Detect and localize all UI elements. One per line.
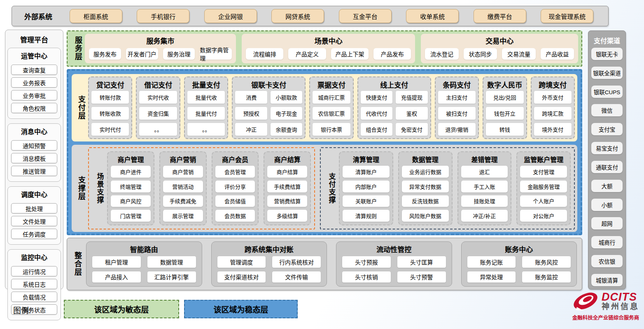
service-item: 数据字典管理	[200, 48, 232, 60]
service-item: 状态同步	[464, 48, 497, 60]
support-category-title: 监管账户管理	[520, 154, 567, 166]
payment-channel-item: 超网	[591, 217, 623, 229]
legend-stable-layer: 该区域为稳态层	[184, 300, 298, 318]
integration-panel: 跨系统集中对账管理调度行内系统核对支付渠道核对文件传输	[211, 241, 327, 287]
management-group-title: 运管中心	[10, 50, 58, 62]
management-group: 运管中心查询查复业务报表业务审批角色权限	[7, 48, 61, 119]
integration-item: 租户管理	[92, 256, 141, 268]
legend-agile-layer: 该区域为敏态层	[64, 300, 179, 318]
payment-channel-item: 小额	[591, 199, 623, 211]
support-item: 冲正/补正	[461, 210, 508, 222]
service-center-title: 交易中心	[425, 35, 574, 47]
external-system-button: 手机银行	[137, 9, 189, 23]
integration-item: 汇路计算引擎	[147, 271, 196, 283]
payment-layer-columns: 贷记支付转账付款转账收款实时代付借记支付实时代收资金归集。。批量支付批量代收批量…	[88, 76, 575, 139]
management-group-title: 监控中心	[10, 251, 58, 264]
payment-channel-item: 银联全渠道	[591, 67, 623, 79]
support-item: 商户营销	[163, 166, 203, 178]
payment-item: 退货/撤销	[438, 123, 476, 136]
management-item: 运行情况	[11, 266, 57, 276]
payment-item: 免密支付	[396, 123, 427, 136]
payment-item: 转账收款	[91, 107, 129, 120]
management-item: 角色权限	[11, 103, 57, 113]
dcits-logo-top: DCITS 神州信息	[572, 290, 639, 312]
external-system-button: 缴费平台	[474, 9, 526, 23]
support-item: 金融服务管理	[520, 181, 567, 192]
service-center-panel: 交易中心流水登记状态同步交易流量产品收益	[421, 34, 578, 63]
payment-category-title: 银联卡支付	[235, 79, 302, 91]
payment-category-column: 跨境支付外币支付跨境汇款境外支付	[531, 76, 575, 139]
service-item: 服务治理	[163, 48, 195, 60]
payment-item: 鉴权	[396, 107, 427, 120]
support-item: 展示管理	[163, 210, 203, 222]
payment-category-column: 批量支付批量代收批量代付。。	[184, 76, 228, 139]
management-platform-title: 管理平台	[7, 32, 61, 48]
support-category-items: 支付管理金融服务管理个人账户对公账户	[520, 166, 567, 222]
service-layer: 服务层 服务集市服务发布开发者门户服务治理数据字典管理场景中心流程编排产品定义产…	[67, 30, 582, 67]
integration-item: 账务记账	[467, 256, 516, 268]
support-item: 对公账户	[520, 210, 567, 222]
support-category-title: 商户营销	[163, 154, 203, 166]
service-item: 服务发布	[89, 48, 121, 60]
payment-item: 转账付款	[91, 91, 129, 104]
payment-category-items: 转账付款转账收款实时代付	[91, 91, 129, 136]
integration-panel-title: 流动性管控	[342, 243, 446, 256]
integration-panel-items: 头寸预报头寸匡算头寸核销头寸预警	[342, 256, 446, 283]
payment-item: 。。	[139, 123, 177, 136]
payment-item: 钱包开立	[486, 107, 523, 120]
payment-category-title: 贷记支付	[91, 79, 129, 91]
integration-panel: 账务中心账务记账账务风控异常处理账务监控	[461, 241, 577, 287]
management-group: 调度中心批处理文件处理任务调度	[7, 186, 61, 245]
support-group-label: 场景支撑	[92, 151, 107, 225]
payment-channel-item: 城银清算	[591, 274, 623, 286]
support-item: 会员管理	[215, 166, 255, 178]
service-item: 产品上下架	[331, 48, 369, 60]
management-group: 消息中心通知预警消息模板推送管理	[7, 123, 61, 182]
management-group-title: 调度中心	[10, 188, 58, 201]
integration-layer-label: 整合层	[70, 241, 84, 287]
payment-category-items: 城商行汇票农信银汇票银行本票	[313, 91, 350, 136]
payment-item: 实时代付	[91, 123, 129, 136]
integration-item: 账务风控	[522, 256, 571, 268]
integration-panel-items: 账务记账账务风控异常处理账务监控	[467, 256, 571, 283]
payment-item: 。。	[187, 123, 225, 136]
payment-channels-title: 支付渠道	[591, 34, 623, 48]
integration-panel-title: 智能路由	[92, 243, 196, 256]
service-item: 产品定义	[288, 48, 326, 60]
support-item: 手续费结算	[267, 181, 307, 192]
payment-item: 代收代付	[361, 107, 392, 120]
support-item: 个人账户	[520, 195, 567, 207]
support-group-columns: 清算管理清算账户内部账户关联账户清算规则数据管理业务运行数据异常支付数据反洗钱数…	[339, 151, 571, 225]
payment-channels-list: 银联无卡银联全渠道银联CUPS微信支付宝易宝支付通联支付大额小额超网城商行农信银…	[591, 48, 623, 286]
support-category-title: 清算管理	[343, 154, 390, 166]
service-center-title: 场景中心	[246, 35, 411, 47]
support-item: 退汇	[461, 166, 508, 178]
payment-item: 跨境汇款	[534, 107, 572, 120]
payment-category-column: 数字人民币兑出/兑回钱包开立转钱	[483, 76, 527, 139]
support-category-items: 商户结算手续费结算营销费结算多级结算	[267, 166, 307, 222]
support-category-items: 清算账户内部账户关联账户清算规则	[343, 166, 390, 222]
support-category-items: 商户营销营销活动手续费减免展示管理	[163, 166, 203, 222]
external-systems-buttons: 柜面系统手机银行企业网银网贷系统互金平台收单系统缴费平台现金管理系统	[62, 9, 608, 23]
payment-category-title: 条码支付	[438, 79, 476, 91]
dcits-logo-texts: DCITS 神州信息	[602, 291, 639, 311]
support-item: 支付管理	[520, 166, 567, 178]
support-item: 评价分享	[215, 181, 255, 192]
support-item: 终端管理	[111, 181, 151, 192]
payment-item: 银行本票	[313, 123, 350, 136]
payment-architecture-diagram: 外部系统 柜面系统手机银行企业网银网贷系统互金平台收单系统缴费平台现金管理系统 …	[0, 0, 644, 329]
management-platform-groups: 运管中心查询查复业务报表业务审批角色权限消息中心通知预警消息模板推送管理调度中心…	[7, 48, 61, 320]
payment-channel-item: 微信	[591, 104, 623, 116]
integration-item: 数据管理	[147, 256, 196, 268]
integration-panel: 流动性管控头寸预报头寸匡算头寸核销头寸预警	[336, 241, 452, 287]
support-item: 商户进件	[111, 166, 151, 178]
payment-channel-item: 城商行	[591, 236, 623, 248]
management-item: 任务调度	[11, 229, 57, 239]
integration-item: 行内系统核对	[272, 256, 321, 268]
payment-item: 余额查询	[271, 123, 302, 136]
payment-category-title: 票据支付	[313, 79, 350, 91]
support-item: 会员数据	[215, 210, 255, 222]
payment-category-title: 批量支付	[187, 79, 225, 91]
support-category-column: 清算管理清算账户内部账户关联账户清算规则	[339, 151, 393, 225]
payment-channel-item: 支付宝	[591, 123, 623, 135]
